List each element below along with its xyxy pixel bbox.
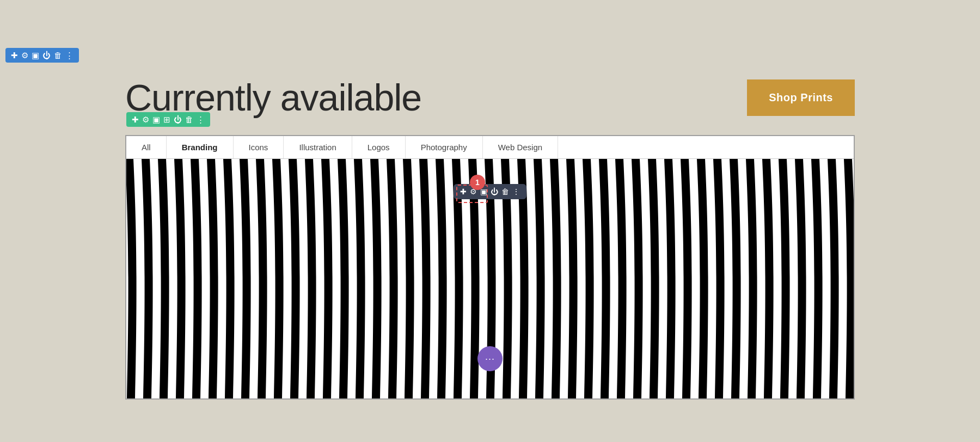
striped-image-area: 1 ✚ ⚙ ▣ ⏻ 🗑 ⋮ ···: [126, 159, 854, 398]
dark-toolbar[interactable]: 1 ✚ ⚙ ▣ ⏻ 🗑 ⋮: [454, 184, 526, 199]
green-toolbar[interactable]: ✚ ⚙ ▣ ⊞ ⏻ 🗑 ⋮: [126, 112, 210, 127]
badge-number: 1: [470, 175, 485, 190]
more-button[interactable]: ···: [477, 346, 503, 371]
filter-tabs: All Branding Icons Illustration Logos Ph…: [126, 136, 854, 159]
main-content: Currently available Shop Prints ✚ ⚙ ▣ ⊞ …: [0, 76, 980, 400]
top-more-icon[interactable]: ⋮: [65, 51, 74, 59]
tab-icons[interactable]: Icons: [234, 136, 284, 158]
green-columns-icon[interactable]: ⊞: [163, 115, 170, 124]
tab-illustration[interactable]: Illustration: [284, 136, 352, 158]
top-settings-icon[interactable]: ⚙: [21, 51, 28, 59]
green-layout-icon[interactable]: ▣: [152, 115, 160, 124]
shop-prints-button[interactable]: Shop Prints: [747, 79, 855, 116]
dark-delete-icon[interactable]: 🗑: [501, 188, 509, 195]
top-layout-icon[interactable]: ▣: [32, 51, 39, 59]
top-delete-icon[interactable]: 🗑: [54, 51, 62, 59]
green-add-icon[interactable]: ✚: [132, 115, 139, 124]
header-row: Currently available Shop Prints: [125, 76, 855, 119]
green-settings-icon[interactable]: ⚙: [142, 115, 149, 124]
tab-web-design[interactable]: Web Design: [483, 136, 558, 158]
dark-more-icon[interactable]: ⋮: [512, 188, 520, 195]
more-dots-icon: ···: [485, 354, 495, 364]
green-delete-icon[interactable]: 🗑: [185, 115, 193, 124]
tab-branding[interactable]: Branding: [167, 136, 234, 158]
tab-logos[interactable]: Logos: [352, 136, 406, 158]
tab-all[interactable]: All: [126, 136, 167, 158]
green-more-icon[interactable]: ⋮: [197, 115, 205, 124]
top-toolbar[interactable]: ✚ ⚙ ▣ ⏻ 🗑 ⋮: [5, 48, 79, 63]
dark-power-icon[interactable]: ⏻: [491, 188, 498, 195]
gallery-section: ✚ ⚙ ▣ ⊞ ⏻ 🗑 ⋮ All Branding Icons Illustr…: [125, 135, 855, 400]
top-add-icon[interactable]: ✚: [11, 51, 18, 59]
green-power-icon[interactable]: ⏻: [174, 115, 182, 124]
tab-photography[interactable]: Photography: [406, 136, 483, 158]
top-power-icon[interactable]: ⏻: [42, 51, 51, 59]
